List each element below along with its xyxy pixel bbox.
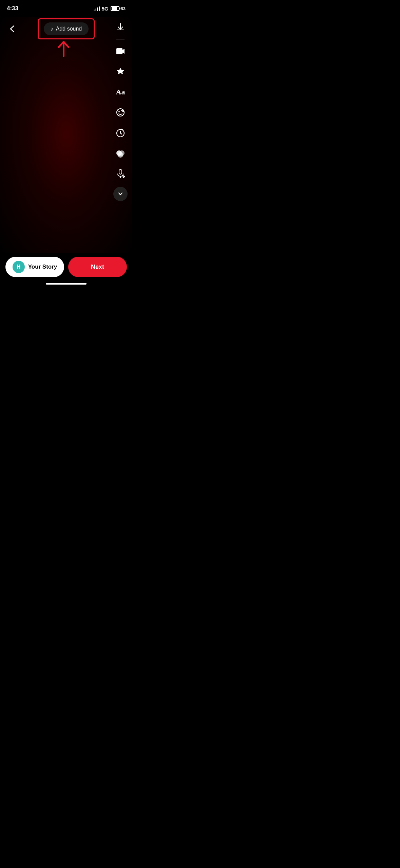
text-icon[interactable]: Aa: [113, 85, 128, 99]
bottom-bar: H Your Story Next: [0, 253, 132, 287]
svg-point-6: [118, 152, 123, 158]
story-avatar: H: [13, 261, 25, 273]
right-sidebar: Aa: [113, 20, 128, 201]
status-time: 4:33: [7, 5, 18, 12]
signal-bar-4: [99, 6, 100, 11]
battery-percent: 83: [121, 6, 126, 11]
battery-icon: [111, 6, 119, 11]
status-bar: 4:33 5G 83: [0, 0, 132, 17]
status-right: 5G 83: [94, 6, 126, 12]
battery-fill: [112, 7, 117, 10]
svg-point-2: [118, 111, 120, 112]
music-icon: ♪: [51, 26, 53, 32]
effect-icon[interactable]: [113, 65, 128, 79]
filter-icon[interactable]: [113, 146, 128, 160]
signal-bars: [94, 6, 100, 11]
signal-bar-3: [97, 7, 98, 11]
top-bar: ♪ Add sound: [0, 17, 132, 41]
text-label: Aa: [116, 88, 125, 96]
battery-wrapper: 83: [111, 6, 126, 11]
your-story-button[interactable]: H Your Story: [5, 257, 64, 277]
next-label: Next: [91, 264, 104, 270]
add-sound-wrapper: ♪ Add sound: [44, 22, 89, 35]
add-sound-text: Add sound: [56, 26, 82, 32]
story-avatar-initial: H: [17, 264, 21, 270]
home-indicator: [46, 283, 87, 285]
sticker-icon[interactable]: [113, 105, 128, 120]
network-label: 5G: [102, 6, 109, 12]
more-icon[interactable]: [113, 187, 128, 201]
clip-icon[interactable]: [113, 44, 128, 58]
svg-rect-7: [119, 169, 122, 174]
your-story-text: Your Story: [28, 264, 57, 270]
back-button[interactable]: [5, 22, 19, 36]
signal-bar-2: [95, 8, 96, 11]
timer-icon[interactable]: [113, 126, 128, 140]
svg-rect-0: [116, 48, 122, 54]
signal-bar-1: [94, 10, 95, 11]
add-sound-button[interactable]: ♪ Add sound: [44, 22, 89, 35]
svg-point-1: [117, 109, 124, 116]
main-content: ♪ Add sound: [0, 17, 132, 253]
voice-icon[interactable]: [113, 166, 128, 181]
next-button[interactable]: Next: [68, 257, 127, 277]
